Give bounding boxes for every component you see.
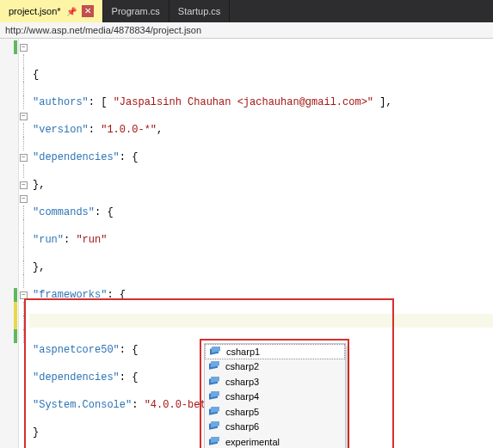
svg-rect-9 xyxy=(211,407,219,413)
intellisense-item[interactable]: csharp2 xyxy=(205,359,345,375)
fold-icon[interactable]: − xyxy=(20,181,28,189)
intellisense-item[interactable]: csharp1 xyxy=(205,344,345,359)
gutter xyxy=(0,39,19,448)
code-editor[interactable]: − − − − − − { "authors": [ "Jaspalsinh C… xyxy=(0,39,493,448)
tab-startup-cs[interactable]: Startup.cs xyxy=(169,0,231,22)
tab-project-json[interactable]: project.json* 📌 ✕ xyxy=(0,0,103,22)
svg-rect-11 xyxy=(211,421,219,427)
svg-rect-3 xyxy=(211,361,219,367)
intellisense-label: csharp2 xyxy=(225,361,259,371)
svg-rect-5 xyxy=(211,377,219,383)
tab-program-cs[interactable]: Program.cs xyxy=(103,0,169,22)
intellisense-label: csharp1 xyxy=(226,347,260,357)
svg-rect-7 xyxy=(211,391,219,397)
value-icon xyxy=(208,377,220,387)
svg-rect-13 xyxy=(211,437,219,443)
intellisense-label: csharp4 xyxy=(225,391,259,402)
value-icon xyxy=(209,347,221,357)
pin-icon[interactable]: 📌 xyxy=(66,7,77,16)
fold-icon[interactable]: − xyxy=(20,195,28,203)
intellisense-label: experimental xyxy=(225,437,280,447)
intellisense-item[interactable]: csharp4 xyxy=(205,390,345,405)
address-text: http://www.asp.net/media/4878834/project… xyxy=(5,25,201,35)
value-icon xyxy=(208,407,220,417)
fold-column: − − − − − − xyxy=(19,39,29,448)
intellisense-label: csharp3 xyxy=(225,377,259,387)
address-bar[interactable]: http://www.asp.net/media/4878834/project… xyxy=(0,22,493,39)
close-icon[interactable]: ✕ xyxy=(82,5,94,17)
fold-icon[interactable]: − xyxy=(20,113,28,120)
intellisense-popup[interactable]: csharp1 csharp2 csharp3 csharp4 csharp5 … xyxy=(204,343,346,448)
tab-label: Startup.cs xyxy=(178,6,221,16)
intellisense-label: csharp5 xyxy=(225,407,259,417)
fold-icon[interactable]: − xyxy=(20,44,28,52)
value-icon xyxy=(208,361,220,371)
intellisense-item[interactable]: experimental xyxy=(205,434,345,448)
value-icon xyxy=(208,421,220,432)
tab-label: Program.cs xyxy=(112,6,160,16)
intellisense-item[interactable]: csharp3 xyxy=(205,374,345,390)
value-icon xyxy=(208,437,220,447)
fold-icon[interactable]: − xyxy=(20,292,28,299)
intellisense-item[interactable]: csharp5 xyxy=(205,404,345,420)
svg-rect-1 xyxy=(212,347,220,353)
value-icon xyxy=(208,391,220,402)
intellisense-item[interactable]: csharp6 xyxy=(205,420,345,435)
tab-label: project.json* xyxy=(9,6,61,16)
intellisense-label: csharp6 xyxy=(225,421,259,432)
tab-bar: project.json* 📌 ✕ Program.cs Startup.cs xyxy=(0,0,493,22)
fold-icon[interactable]: − xyxy=(20,154,28,162)
